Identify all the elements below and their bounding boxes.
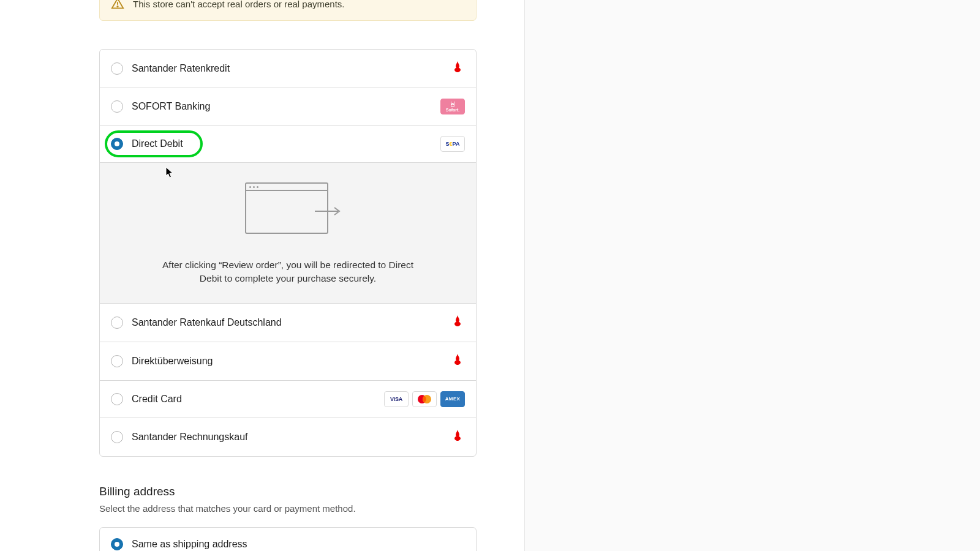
payment-option-santander-ratenkauf-de[interactable]: Santander Ratenkauf Deutschland [100,304,476,342]
radio-checked[interactable] [111,538,123,550]
payment-label: Direktüberweisung [132,356,213,367]
sofort-logo-icon: Sofort. [440,99,465,114]
payment-option-santander-ratenkredit[interactable]: Santander Ratenkredit [100,50,476,88]
payment-label: Santander Ratenkauf Deutschland [132,317,282,328]
radio-unchecked[interactable] [111,431,123,443]
visa-logo-icon: VISA [384,391,409,407]
radio-unchecked[interactable] [111,317,123,329]
payment-option-sofort[interactable]: SOFORT Banking Sofort. [100,88,476,126]
payment-label: Santander Rechnungskauf [132,432,247,443]
warning-icon [111,0,124,10]
redirect-notice-text: After clicking “Review order”, you will … [156,258,420,286]
radio-unchecked[interactable] [111,393,123,405]
billing-option-label: Same as shipping address [132,539,247,550]
arrow-right-icon [315,207,341,218]
billing-address-list: Same as shipping address [99,527,477,551]
billing-address-section: Billing address Select the address that … [99,485,477,551]
santander-flame-icon [450,353,465,370]
svg-point-1 [117,6,118,7]
santander-flame-icon [450,60,465,77]
payment-option-direktueberweisung[interactable]: Direktüberweisung [100,342,476,381]
checkout-main-column: This store can't accept real orders or r… [99,0,477,551]
sepa-logo-icon: S€PA [440,136,465,152]
store-notice-banner: This store can't accept real orders or r… [99,0,477,21]
santander-flame-icon [450,429,465,446]
radio-unchecked[interactable] [111,355,123,367]
payment-label: Santander Ratenkredit [132,63,230,74]
amex-logo-icon: AMEX [440,391,465,407]
billing-subtitle: Select the address that matches your car… [99,503,477,514]
payment-label: SOFORT Banking [132,101,210,112]
payment-label: Direct Debit [132,138,183,149]
radio-unchecked[interactable] [111,62,123,75]
redirect-illustration [239,182,337,239]
radio-unchecked[interactable] [111,100,123,113]
order-summary-panel [524,0,980,551]
store-notice-text: This store can't accept real orders or r… [133,0,345,9]
payment-label: Credit Card [132,394,182,405]
payment-redirect-panel: After clicking “Review order”, you will … [100,163,476,304]
santander-flame-icon [450,314,465,331]
billing-title: Billing address [99,485,477,498]
payment-option-direct-debit[interactable]: Direct Debit S€PA [100,126,476,163]
payment-option-santander-rechnungskauf[interactable]: Santander Rechnungskauf [100,418,476,456]
radio-checked[interactable] [111,138,123,150]
billing-option-same-as-shipping[interactable]: Same as shipping address [100,528,476,551]
payment-method-list: Santander Ratenkredit SOFORT Banking Sof… [99,49,477,457]
mastercard-logo-icon [412,391,437,407]
payment-option-credit-card[interactable]: Credit Card VISA AMEX [100,381,476,418]
